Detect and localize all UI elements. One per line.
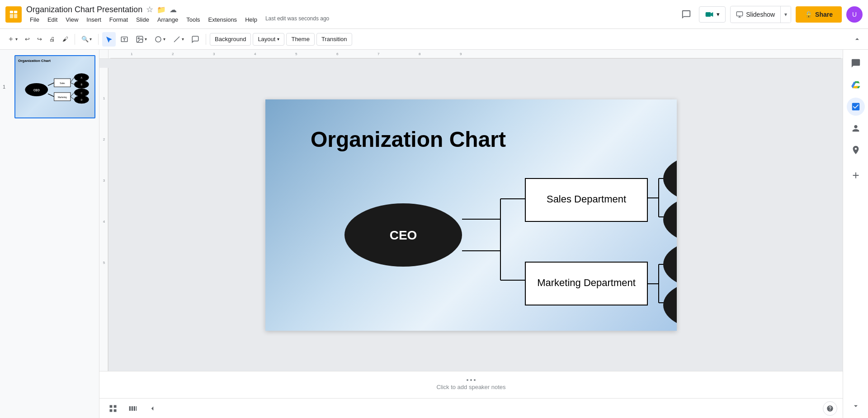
svg-text:3: 3 <box>213 52 215 56</box>
svg-line-28 <box>71 77 74 82</box>
svg-text:D: D <box>80 99 82 101</box>
line-tool[interactable]: ▾ <box>170 32 187 47</box>
svg-rect-54 <box>134 406 135 411</box>
star-icon[interactable]: ☆ <box>146 5 153 14</box>
grid-view-button[interactable] <box>105 401 121 416</box>
svg-line-31 <box>71 97 74 99</box>
transition-button[interactable]: Transition <box>316 33 352 46</box>
menu-edit[interactable]: Edit <box>44 15 61 24</box>
menu-file[interactable]: File <box>26 15 43 24</box>
svg-text:2: 2 <box>103 137 105 141</box>
share-button[interactable]: 🔒 Share <box>796 6 842 23</box>
filmstrip-view-button[interactable] <box>125 401 141 416</box>
menu-tools[interactable]: Tools <box>183 15 203 24</box>
google-meet-button[interactable]: ▾ <box>699 6 726 23</box>
menu-view[interactable]: View <box>62 15 82 24</box>
shape-tool[interactable]: ▾ <box>151 32 168 47</box>
svg-text:2: 2 <box>172 52 174 56</box>
svg-text:4: 4 <box>254 52 256 56</box>
slideshow-button[interactable]: Slideshow <box>731 6 780 23</box>
collapse-toolbar-button[interactable] <box>851 32 863 47</box>
ruler-left <box>99 50 108 58</box>
print-button[interactable]: 🖨 <box>47 32 58 47</box>
undo-button[interactable]: ↩ <box>22 32 33 47</box>
background-button[interactable]: Background <box>210 33 251 46</box>
svg-rect-6 <box>737 12 743 16</box>
marketing-label: Marketing Department <box>537 277 636 288</box>
people-panel-button[interactable] <box>847 119 865 137</box>
slide-number-label: 1 <box>3 84 5 89</box>
node-b-shape[interactable] <box>663 193 677 246</box>
notes-placeholder[interactable]: Click to add speaker notes <box>436 384 505 390</box>
comment-tool[interactable] <box>189 32 202 47</box>
slide-canvas-wrapper[interactable]: 1 2 3 4 5 Organization Chart CEO <box>99 59 843 371</box>
ruler-svg: 1 2 3 4 5 6 7 8 9 <box>110 50 841 59</box>
app-logo[interactable] <box>5 6 22 23</box>
slide-canvas[interactable]: Organization Chart CEO Sales Department <box>265 99 677 331</box>
tasks-panel-button[interactable] <box>847 98 865 116</box>
accessibility-button[interactable] <box>823 401 837 416</box>
thumb-org-chart: CEO Sales Marketing A <box>18 65 92 115</box>
svg-line-29 <box>71 83 74 85</box>
svg-text:8: 8 <box>419 52 421 56</box>
svg-text:CEO: CEO <box>33 89 40 92</box>
background-label: Background <box>215 36 246 42</box>
menu-format[interactable]: Format <box>106 15 132 24</box>
ruler-top: 1 2 3 4 5 6 7 8 9 <box>99 50 843 59</box>
text-tool[interactable] <box>118 32 131 47</box>
menu-slide[interactable]: Slide <box>132 15 153 24</box>
svg-rect-2 <box>10 14 13 18</box>
theme-button[interactable]: Theme <box>286 33 314 46</box>
svg-rect-53 <box>132 406 133 411</box>
svg-line-14 <box>48 83 54 85</box>
layout-button[interactable]: Layout ▾ <box>253 33 284 46</box>
divider-1 <box>75 34 75 45</box>
svg-rect-0 <box>10 10 13 13</box>
node-a-shape[interactable] <box>663 152 677 205</box>
notes-area[interactable]: Click to add speaker notes <box>99 371 843 398</box>
redo-button[interactable]: ↪ <box>34 32 45 47</box>
svg-rect-50 <box>110 409 113 412</box>
collapse-right-panel-button[interactable] <box>849 399 863 413</box>
svg-text:6: 6 <box>336 52 339 56</box>
menu-help[interactable]: Help <box>241 15 261 24</box>
drive-panel-button[interactable] <box>847 76 865 94</box>
menu-extensions[interactable]: Extensions <box>205 15 241 24</box>
svg-text:3: 3 <box>103 178 105 183</box>
add-panel-button[interactable] <box>847 166 865 184</box>
bottom-bar <box>99 398 843 418</box>
right-panel <box>843 50 868 418</box>
slide-thumbnail[interactable]: Organization Chart CEO Sales <box>14 55 95 118</box>
slideshow-dropdown-arrow[interactable]: ▾ <box>780 6 791 23</box>
user-avatar[interactable]: U <box>846 6 863 23</box>
node-d-shape[interactable] <box>663 279 677 331</box>
svg-text:B: B <box>81 83 83 86</box>
theme-label: Theme <box>291 36 309 42</box>
comments-button[interactable] <box>678 6 694 23</box>
cloud-icon[interactable]: ☁ <box>170 5 177 14</box>
svg-line-15 <box>48 94 54 97</box>
menu-arrange[interactable]: Arrange <box>154 15 182 24</box>
svg-rect-1 <box>14 10 17 13</box>
folder-icon[interactable]: 📁 <box>157 5 166 14</box>
select-tool[interactable] <box>102 32 116 47</box>
doc-title-text[interactable]: Organization Chart Presentation <box>26 5 142 14</box>
image-tool[interactable]: ▾ <box>133 32 150 47</box>
paint-format-button[interactable]: 🖌 <box>60 32 71 47</box>
divider-2 <box>98 34 99 45</box>
add-button[interactable]: ＋ ▾ <box>5 32 20 47</box>
maps-panel-button[interactable] <box>847 141 865 159</box>
org-chart-svg: Organization Chart CEO Sales Department <box>265 99 677 331</box>
svg-text:1: 1 <box>131 52 133 56</box>
svg-text:4: 4 <box>103 220 105 224</box>
svg-text:A: A <box>81 76 83 79</box>
zoom-button[interactable]: 🔍 ▾ <box>79 32 94 47</box>
chat-panel-button[interactable] <box>847 54 865 72</box>
slide-title: Organization Chart <box>311 127 506 151</box>
menu-insert[interactable]: Insert <box>83 15 105 24</box>
top-bar: Organization Chart Presentation ☆ 📁 ☁ Fi… <box>0 0 868 29</box>
node-c-shape[interactable] <box>663 238 677 291</box>
collapse-panel-button[interactable] <box>145 401 160 416</box>
svg-text:1: 1 <box>103 96 105 100</box>
svg-rect-48 <box>110 405 113 408</box>
